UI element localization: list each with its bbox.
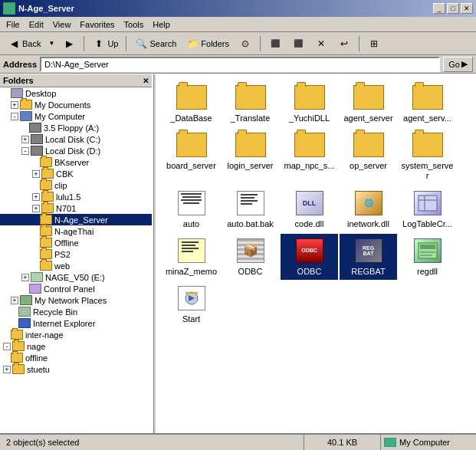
tree-item-offline2[interactable]: offline <box>0 352 152 363</box>
views-icon: ⊞ <box>367 37 381 51</box>
back-button[interactable]: ◀ Back <box>3 34 44 53</box>
status-bar: 2 object(s) selected 40.1 KB My Computer <box>0 433 476 450</box>
toolbar: ◀ Back ▼ ▶ ⬆ Up 🔍 Search 📁 Folders ⊙ ⬛ ⬛… <box>0 32 476 55</box>
expand-localc[interactable]: + <box>21 136 29 143</box>
expand-lulu15[interactable]: + <box>32 193 40 201</box>
svg-rect-0 <box>419 195 437 211</box>
file-item-start[interactable]: Start <box>162 281 220 327</box>
tree-item-lulu15[interactable]: + lulu1.5 <box>0 191 152 202</box>
menu-favorites[interactable]: Favorites <box>75 18 119 31</box>
tree-close-button[interactable]: ✕ <box>143 77 149 85</box>
tree-item-nageserver[interactable]: N-Age_Server <box>0 214 152 225</box>
menu-help[interactable]: Help <box>148 18 175 31</box>
iexplorer-icon <box>18 318 31 328</box>
file-item-agentserver[interactable]: agent_server <box>340 80 397 126</box>
expand-nagev50[interactable]: + <box>21 274 29 281</box>
toolbar-separator-2 <box>126 36 126 51</box>
tree-item-internage[interactable]: inter-nage <box>0 329 152 340</box>
menu-edit[interactable]: Edit <box>25 18 48 31</box>
file-item-odbc-zip[interactable]: 📦 ODBC <box>222 234 279 280</box>
folder-mapnpcs-icon <box>294 131 325 159</box>
tree-item-nagev50[interactable]: + NAGE_V50 (E:) <box>0 271 152 283</box>
dll-file-icon: DLL <box>294 189 325 217</box>
expand-locald[interactable]: - <box>21 147 29 155</box>
tree-item-controlpanel[interactable]: Control Panel <box>0 283 152 294</box>
file-item-codedll[interactable]: DLL code.dll <box>281 186 338 232</box>
reg-file-icon <box>412 237 443 264</box>
maximize-button[interactable]: □ <box>447 3 459 14</box>
undo-button[interactable]: ↩ <box>333 34 355 53</box>
menu-file[interactable]: File <box>2 18 25 31</box>
file-item-mapnpcs[interactable]: map_npc_s... <box>281 128 338 184</box>
tree-item-locald[interactable]: - Local Disk (D:) <box>0 145 152 156</box>
tree-item-nagethai[interactable]: N-ageThai <box>0 225 152 237</box>
history-button[interactable]: ⊙ <box>235 34 256 53</box>
menu-view[interactable]: View <box>48 18 76 31</box>
file-item-regbat[interactable]: REGBAT REGBAT <box>340 234 397 280</box>
delete-button[interactable]: ✕ <box>310 34 332 53</box>
expand-nage[interactable]: - <box>3 343 11 350</box>
toolbar-separator-3 <box>260 36 261 51</box>
tree-item-desktop[interactable]: Desktop <box>0 87 152 99</box>
tree-item-floppy[interactable]: 3.5 Floppy (A:) <box>0 122 152 133</box>
file-item-auto[interactable]: auto <box>162 186 220 232</box>
tree-item-mydocs[interactable]: + My Documents <box>0 99 152 110</box>
tree-item-offline[interactable]: Offline <box>0 237 152 248</box>
expand-mynetwork[interactable]: + <box>11 297 18 304</box>
tree-item-nage[interactable]: - nage <box>0 340 152 352</box>
file-item-opserver[interactable]: op_server <box>340 128 397 184</box>
file-item-boardserver[interactable]: board_server <box>162 128 220 184</box>
expand-stuetu[interactable]: + <box>3 366 11 373</box>
file-item-logtablecr[interactable]: LogTableCr... <box>399 186 456 232</box>
file-item-agentserv2[interactable]: agent_serv... <box>399 80 456 126</box>
file-item-autobatbak[interactable]: auto.bat.bak <box>222 186 279 232</box>
close-button[interactable]: ✕ <box>461 3 473 14</box>
folder-boardserver-icon <box>176 131 207 159</box>
logtable-file-icon <box>412 189 443 217</box>
go-button[interactable]: Go ▶ <box>443 57 473 72</box>
file-item-minaz-memo[interactable]: minaZ_memo <box>162 234 220 280</box>
folder-icon-stuetu <box>12 364 25 374</box>
tree-item-localc[interactable]: + Local Disk (C:) <box>0 133 152 145</box>
inetwork-file-icon: 🌐 <box>353 189 384 217</box>
copy-button[interactable]: ⬛ <box>287 34 309 53</box>
folders-button[interactable]: 📁 Folders <box>182 34 233 53</box>
tree-item-iexplorer[interactable]: Internet Explorer <box>0 317 152 329</box>
locald-icon <box>31 146 43 156</box>
expand-cbk[interactable]: + <box>32 170 40 178</box>
menu-tools[interactable]: Tools <box>120 18 149 31</box>
file-item-yuchidll[interactable]: _YuchiDLL <box>281 80 338 126</box>
expand-mydocs[interactable]: + <box>11 101 18 109</box>
file-item-translate[interactable]: _Translate <box>222 80 279 126</box>
tree-item-mynetwork[interactable]: + My Network Places <box>0 294 152 306</box>
tree-item-clip[interactable]: clip <box>0 179 152 191</box>
file-item-loginserver[interactable]: login_server <box>222 128 279 184</box>
folder-loginserver-icon <box>235 131 266 159</box>
tree-item-bkserver[interactable]: BKserver <box>0 156 152 168</box>
tree-item-mycomputer[interactable]: - My Computer <box>0 110 152 122</box>
up-button[interactable]: ⬆ Up <box>88 34 122 53</box>
file-item-inetworkdll[interactable]: 🌐 inetwork.dll <box>340 186 397 232</box>
file-item-regdll[interactable]: regdll <box>399 234 456 280</box>
expand-mycomputer[interactable]: - <box>11 113 18 120</box>
expand-n701[interactable]: + <box>32 205 40 212</box>
status-mid: 40.1 KB <box>304 435 381 450</box>
localc-icon <box>31 134 43 144</box>
move-button[interactable]: ⬛ <box>264 34 286 53</box>
file-item-odbc2[interactable]: ODBC ODBC <box>281 234 338 280</box>
minimize-button[interactable]: _ <box>433 3 445 14</box>
tree-item-web[interactable]: web <box>0 260 152 271</box>
app-icon <box>3 2 15 15</box>
forward-button[interactable]: ▶ <box>58 34 80 53</box>
file-item-systemserver[interactable]: system_server <box>399 128 456 184</box>
address-input[interactable] <box>40 57 440 72</box>
file-item-database[interactable]: _DataBase <box>162 80 220 126</box>
tree-item-cbk[interactable]: + CBK <box>0 168 152 179</box>
tree-item-recycle[interactable]: Recycle Bin <box>0 306 152 317</box>
back-dropdown[interactable]: ▼ <box>46 34 57 53</box>
search-button[interactable]: 🔍 Search <box>130 34 180 53</box>
tree-item-n701[interactable]: + N701 <box>0 202 152 214</box>
tree-item-stuetu[interactable]: + stuetu <box>0 363 152 375</box>
tree-item-ps2[interactable]: PS2 <box>0 248 152 260</box>
views-button[interactable]: ⊞ <box>363 34 385 53</box>
